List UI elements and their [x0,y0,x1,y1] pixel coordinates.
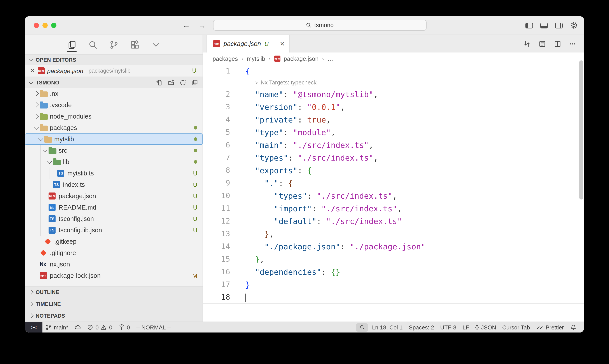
line-number: 7 [203,151,230,164]
notifications-bell[interactable] [567,322,580,333]
indent-guide [45,156,45,168]
cursor-position[interactable]: Ln 18, Col 1 [369,322,406,333]
problems-item[interactable]: 0 0 [84,322,116,333]
chevron-right-icon[interactable] [33,104,40,107]
refresh-icon[interactable] [179,79,186,86]
chevron-right-icon[interactable] [33,115,40,118]
open-editor-item[interactable]: ✕ npm package.json packages/mytslib U [25,65,203,77]
remote-indicator[interactable]: >< [25,322,42,333]
language-mode[interactable]: {} JSON [472,322,499,333]
publish-changes-button[interactable] [72,322,84,333]
code-line-16[interactable]: 16 "dependencies": {} [203,266,584,278]
new-file-icon[interactable] [156,79,163,86]
code-line-2[interactable]: 2 "name": "@tsmono/mytslib", [203,88,584,101]
code-line-17[interactable]: 17} [203,278,584,291]
tree-item-index.ts[interactable]: TSindex.tsU [25,179,203,190]
collapse-all-icon[interactable] [191,79,198,86]
tree-item-mytslib[interactable]: mytslib [25,133,203,145]
line-number: 10 [203,189,230,202]
close-tab-icon[interactable]: ✕ [280,40,285,47]
breadcrumb-item-mytslib[interactable]: mytslib [247,55,265,62]
toggle-secondary-sidebar-icon[interactable] [555,23,563,28]
extensions-icon[interactable] [130,39,140,51]
forward-button[interactable]: → [198,21,206,30]
code-line-13[interactable]: 13 }, [203,228,584,240]
chevron-right-icon[interactable] [33,92,40,95]
code-line-3[interactable]: 3 "version": "0.0.1", [203,101,584,113]
more-actions-icon[interactable]: ⋯ [569,40,576,48]
settings-gear-icon[interactable] [570,21,578,29]
code-editor[interactable]: 1{▷Nx Targets: typecheck2 "name": "@tsmo… [203,65,584,322]
code-line-9[interactable]: 9 ".": { [203,177,584,189]
minimize-window-button[interactable] [42,23,48,28]
zoom-window-button[interactable] [51,23,56,28]
new-folder-icon[interactable] [168,79,175,86]
eol-setting[interactable]: LF [459,322,472,333]
chevron-down-icon[interactable] [46,161,53,163]
code-line-10[interactable]: 10 "types": "./src/index.ts", [203,189,584,202]
tree-item-.vscode[interactable]: .vscode [25,99,203,111]
code-line-15[interactable]: 15 }, [203,253,584,266]
search-icon[interactable] [88,39,98,51]
code-line-11[interactable]: 11 "import": "./src/index.ts", [203,202,584,215]
ports-item[interactable]: 0 [115,322,133,333]
cloud-icon [75,324,81,331]
breadcrumb-item-symbol[interactable]: … [327,55,333,62]
breadcrumb-item-packages[interactable]: packages [213,55,238,62]
tree-item-package.json[interactable]: npmpackage.jsonU [25,190,203,202]
tree-item-.gitkeep[interactable]: .gitkeep [25,236,203,247]
indentation-setting[interactable]: Spaces: 2 [406,322,437,333]
open-changes-icon[interactable] [523,40,531,48]
more-views-chevron-icon[interactable] [151,39,161,51]
chevron-down-icon[interactable] [33,127,40,129]
explorer-icon[interactable] [66,39,77,51]
tree-item-.nx[interactable]: .nx [25,88,203,99]
chevron-down-icon[interactable] [41,150,49,152]
tree-item-README.md[interactable]: M↓README.mdU [25,202,203,213]
tree-item-packages[interactable]: packages [25,122,203,133]
workspace-header[interactable]: TSMONO [25,77,203,88]
tree-item-src[interactable]: src [25,145,203,156]
code-line-6[interactable]: 6 "main": "./src/index.ts", [203,139,584,151]
encoding-setting[interactable]: UTF-8 [437,322,460,333]
codelens-nx-targets[interactable]: ▷Nx Targets: typecheck [203,78,584,88]
breadcrumb-item-file[interactable]: package.json [284,55,319,62]
zoom-indicator[interactable] [356,323,368,331]
tree-item-tsconfig.lib.json[interactable]: TStsconfig.lib.jsonU [25,224,203,236]
toggle-primary-sidebar-icon[interactable] [525,23,533,28]
editor-scrollbar[interactable] [579,60,583,199]
tab-package-json[interactable]: npm package.json U ✕ [207,35,290,52]
code-line-4[interactable]: 4 "private": true, [203,113,584,126]
source-control-icon[interactable] [108,39,119,51]
code-line-5[interactable]: 5 "type": "module", [203,126,584,139]
tree-item-mytslib.ts[interactable]: TSmytslib.tsU [25,168,203,179]
chevron-down-icon[interactable] [37,138,44,140]
git-branch-item[interactable]: main* [42,322,72,333]
tree-item-package-lock.json[interactable]: npmpackage-lock.jsonM [25,270,203,281]
tree-item-tsconfig.json[interactable]: TStsconfig.jsonU [25,213,203,224]
tree-item-node_modules[interactable]: node_modules [25,111,203,122]
sidebar-section-timeline[interactable]: TIMELINE [25,298,203,310]
code-line-18[interactable]: 18 [203,291,584,304]
tree-item-.gitignore[interactable]: .gitignore [25,247,203,259]
cursor-tab-toggle[interactable]: Cursor Tab [499,322,533,333]
code-line-8[interactable]: 8 "exports": { [203,164,584,177]
formatter-item[interactable]: ✓✓ Prettier [533,322,567,333]
code-line-7[interactable]: 7 "types": "./src/index.ts", [203,151,584,164]
toggle-panel-icon[interactable] [540,23,548,28]
open-editors-header[interactable]: OPEN EDITORS [25,54,203,65]
sidebar-section-notepads[interactable]: NOTEPADS [25,310,203,322]
code-line-14[interactable]: 14 "./package.json": "./package.json" [203,240,584,253]
close-window-button[interactable] [34,23,39,28]
tree-item-lib[interactable]: lib [25,156,203,168]
code-line-1[interactable]: 1{ [203,65,584,78]
command-center-search[interactable]: tsmono [213,20,427,31]
sidebar-section-outline[interactable]: OUTLINE [25,286,203,298]
open-preview-icon[interactable] [539,40,546,48]
back-button[interactable]: ← [182,21,190,30]
code-line-12[interactable]: 12 "default": "./src/index.ts" [203,215,584,228]
close-icon[interactable]: ✕ [30,67,35,74]
split-editor-icon[interactable] [554,40,561,48]
chevron-right-icon: › [269,55,271,62]
tree-item-nx.json[interactable]: Nxnx.json [25,259,203,270]
